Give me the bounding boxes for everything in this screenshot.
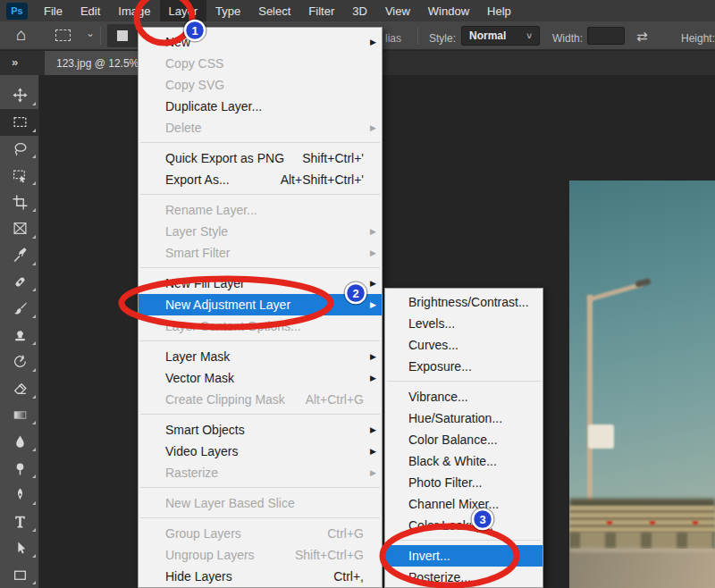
type-tool[interactable] [0,508,39,535]
color-lookup-submenu-item[interactable]: Color Lookup... [385,515,543,536]
rectangle-tool[interactable] [0,561,39,588]
menu-item-label: Smart Objects [165,423,364,437]
road-sign [588,424,614,449]
menu-bar: Ps FileEditImageLayerTypeSelectFilter3DV… [0,0,715,21]
submenu-arrow-icon: ▶ [364,374,376,382]
menu-item-select[interactable]: Select [249,0,299,21]
menu-item-file[interactable]: File [35,0,72,21]
export-as-menu-item[interactable]: Export As...Alt+Shift+Ctrl+' [139,169,382,190]
path-selection-tool[interactable] [0,535,39,562]
chevron-down-icon[interactable]: ⌄ [86,27,95,39]
new-adjustment-layer-menu-item[interactable]: New Adjustment Layer▶ [139,294,382,315]
menu-separator [140,487,380,488]
duplicate-layer-menu-item[interactable]: Duplicate Layer... [139,96,382,117]
layer-mask-menu-item[interactable]: Layer Mask▶ [139,346,382,367]
path-selection-icon [13,541,28,556]
menu-separator [140,340,380,341]
menu-item-label: Exposure... [408,359,525,374]
menu-item-label: Curves... [408,338,525,352]
menu-item-label: Layer Content Options... [165,319,364,333]
levels-submenu-item[interactable]: Levels... [385,313,543,334]
style-label: Style: [429,32,456,45]
healing-icon [13,274,28,290]
width-input[interactable] [587,27,625,45]
history-brush-icon [13,354,28,369]
hue-saturation-submenu-item[interactable]: Hue/Saturation... [385,407,543,429]
copy-css-menu-item: Copy CSS [139,53,382,74]
brush-tool[interactable] [0,295,39,322]
menu-item-edit[interactable]: Edit [72,0,109,21]
menu-item-filter[interactable]: Filter [299,0,343,21]
exposure-submenu-item[interactable]: Exposure... [385,356,543,377]
menu-separator [140,414,380,415]
black-white-submenu-item[interactable]: Black & White... [385,450,543,472]
rectangular-marquee-tool[interactable] [0,109,39,136]
panel-collapse-chevrons-icon[interactable]: » [12,55,18,69]
home-icon[interactable]: ⌂ [16,25,26,45]
submenu-arrow-icon: ▶ [364,468,376,477]
menu-item-view[interactable]: View [376,0,419,21]
menu-item-label: Photo Filter... [408,475,525,490]
invert-submenu-item[interactable]: Invert... [385,545,543,567]
menu-item-3d[interactable]: 3D [343,0,376,21]
smart-objects-menu-item[interactable]: Smart Objects▶ [139,419,382,441]
brightness-contrast-submenu-item[interactable]: Brightness/Contrast... [385,291,543,313]
history-brush-tool[interactable] [0,349,39,375]
menu-item-layer[interactable]: Layer [160,0,207,21]
swap-dimensions-icon[interactable]: ⇄ [636,29,648,45]
eraser-tool[interactable] [0,375,39,402]
tool-bar [0,75,39,588]
object-selection-tool[interactable] [0,162,39,189]
gradient-tool[interactable] [0,402,39,429]
photoshop-logo: Ps [6,3,28,20]
menu-item-label: Duplicate Layer... [165,99,364,113]
crop-tool[interactable] [0,189,39,215]
photo-filter-submenu-item[interactable]: Photo Filter... [385,472,543,493]
new-menu-item[interactable]: New▶ [139,31,382,53]
menu-item-type[interactable]: Type [206,0,249,21]
new-selection-mode-button[interactable] [107,24,138,47]
hide-layers-menu-item[interactable]: Hide LayersCtrl+, [139,566,382,587]
menu-item-shortcut: Shift+Ctrl+G [295,548,364,562]
menu-item-image[interactable]: Image [109,0,159,21]
delete-menu-item: Delete▶ [139,117,382,139]
document-image [569,181,715,588]
menu-item-label: Black & White... [408,454,525,468]
style-dropdown[interactable]: Normal ˅ [461,26,540,46]
menu-item-label: Delete [165,121,364,135]
menu-item-window[interactable]: Window [419,0,478,21]
move-tool[interactable] [0,82,39,109]
menu-item-label: Export As... [165,172,268,187]
new-layer-based-slice-menu-item: New Layer Based Slice [139,492,382,514]
streetlamp-pole [587,295,593,502]
guardrail-lights [569,521,715,525]
lasso-tool[interactable] [0,136,39,163]
menu-item-label: Rasterize [165,466,364,480]
lasso-icon [13,141,28,156]
marquee-preset-icon[interactable] [55,29,71,41]
video-layers-menu-item[interactable]: Video Layers▶ [139,441,382,462]
pen-tool[interactable] [0,482,39,508]
menu-item-label: Group Layers [165,526,315,541]
create-clipping-mask-menu-item: Create Clipping MaskAlt+Ctrl+G [139,389,382,410]
color-balance-submenu-item[interactable]: Color Balance... [385,429,543,450]
photoshop-window: Ps FileEditImageLayerTypeSelectFilter3DV… [0,0,715,588]
menu-item-help[interactable]: Help [478,0,520,21]
vibrance-submenu-item[interactable]: Vibrance... [385,386,543,407]
document-tab[interactable]: 123.jpg @ 12.5% [45,51,143,75]
vector-mask-menu-item[interactable]: Vector Mask▶ [139,367,382,389]
menu-item-label: Hide Layers [165,569,321,584]
menu-item-label: Rename Layer... [165,203,364,217]
channel-mixer-submenu-item[interactable]: Channel Mixer... [385,493,543,515]
blur-tool[interactable] [0,428,39,455]
spot-healing-brush-tool[interactable] [0,269,39,296]
frame-tool[interactable] [0,215,39,242]
dodge-tool[interactable] [0,455,39,482]
quick-export-as-png-menu-item[interactable]: Quick Export as PNGShift+Ctrl+' [139,147,382,169]
curves-submenu-item[interactable]: Curves... [385,334,543,356]
eyedropper-tool[interactable] [0,242,39,269]
new-fill-layer-menu-item[interactable]: New Fill Layer▶ [139,273,382,294]
posterize-submenu-item[interactable]: Posterize... [385,567,543,588]
menu-item-label: New Fill Layer [165,276,364,290]
clone-stamp-tool[interactable] [0,322,39,349]
